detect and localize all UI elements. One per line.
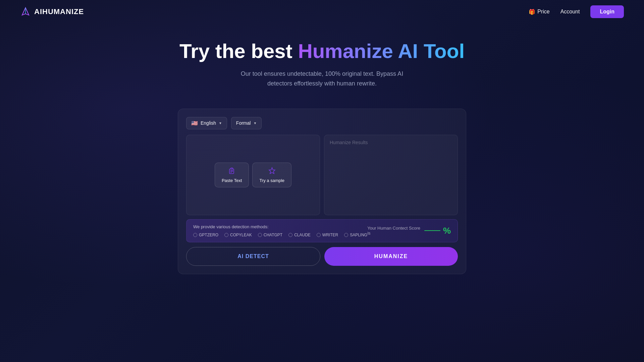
chatgpt-radio[interactable] bbox=[258, 233, 262, 237]
paste-text-button[interactable]: Paste Text bbox=[215, 163, 249, 187]
detection-bar: We provide various detection methods: GP… bbox=[186, 219, 458, 242]
logo-text: AIHUMANIZE bbox=[34, 7, 84, 16]
ai-detect-button[interactable]: AI DETECT bbox=[186, 247, 320, 266]
try-sample-button[interactable]: Try a sample bbox=[252, 163, 291, 187]
language-dropdown[interactable]: 🇺🇸 English ▼ bbox=[186, 117, 227, 129]
detection-method-writer[interactable]: WRITER bbox=[317, 233, 338, 237]
logo: AIHUMANIZE bbox=[20, 6, 84, 17]
detection-method-claude[interactable]: CLAUDE bbox=[288, 233, 311, 237]
svg-marker-4 bbox=[269, 168, 275, 174]
style-chevron-icon: ▼ bbox=[253, 121, 257, 125]
hero-title: Try the best Humanize AI Tool bbox=[0, 40, 644, 62]
sapling-label: SAPLING bbox=[350, 233, 367, 237]
paste-icon bbox=[228, 167, 235, 176]
score-label: Your Human Contect Score is bbox=[367, 226, 422, 236]
sapling-radio[interactable] bbox=[344, 233, 348, 237]
price-label: Price bbox=[537, 9, 549, 15]
hero-subtitle: Our tool ensures undetectable, 100% orig… bbox=[238, 69, 406, 88]
price-icon: 🎁 bbox=[529, 9, 535, 15]
humanize-button[interactable]: HUMANIZE bbox=[324, 247, 458, 266]
text-areas-row: Paste Text Try a sample Humanize Results bbox=[186, 135, 458, 215]
language-chevron-icon: ▼ bbox=[219, 121, 222, 125]
output-area: Humanize Results bbox=[324, 135, 458, 215]
language-label: English bbox=[201, 120, 216, 126]
claude-label: CLAUDE bbox=[294, 233, 311, 237]
detection-method-gptzero[interactable]: GPTZERO bbox=[193, 233, 218, 237]
copyleak-label: COPYLEAK bbox=[230, 233, 252, 237]
detection-method-copyleak[interactable]: COPYLEAK bbox=[224, 233, 252, 237]
tool-card: 🇺🇸 English ▼ Formal ▼ bbox=[178, 109, 466, 274]
detection-method-sapling[interactable]: SAPLING bbox=[344, 233, 367, 237]
style-label: Formal bbox=[236, 120, 251, 126]
try-sample-label: Try a sample bbox=[259, 178, 284, 183]
score-line bbox=[424, 230, 440, 231]
detection-method-chatgpt[interactable]: CHATGPT bbox=[258, 233, 282, 237]
star-icon bbox=[268, 167, 276, 176]
writer-radio[interactable] bbox=[317, 233, 321, 237]
chatgpt-label: CHATGPT bbox=[264, 233, 282, 237]
header-nav: 🎁 Price Account Login bbox=[529, 5, 624, 18]
hero-title-gradient: Humanize AI Tool bbox=[298, 40, 465, 62]
style-dropdown[interactable]: Formal ▼ bbox=[231, 117, 262, 129]
price-nav-item[interactable]: 🎁 Price bbox=[529, 9, 549, 15]
input-area: Paste Text Try a sample bbox=[186, 135, 320, 215]
detection-score: Your Human Contect Score is % bbox=[367, 226, 451, 236]
gptzero-radio[interactable] bbox=[193, 233, 197, 237]
detection-info-label: We provide various detection methods: bbox=[193, 224, 367, 229]
detection-methods: GPTZERO COPYLEAK CHATGPT CLAUDE WRITER bbox=[193, 233, 367, 237]
claude-radio[interactable] bbox=[288, 233, 292, 237]
header: AIHUMANIZE 🎁 Price Account Login bbox=[0, 0, 644, 23]
dropdowns-row: 🇺🇸 English ▼ Formal ▼ bbox=[186, 117, 458, 129]
logo-icon bbox=[20, 6, 31, 17]
account-nav-item[interactable]: Account bbox=[560, 9, 580, 15]
hero-section: Try the best Humanize AI Tool Our tool e… bbox=[0, 23, 644, 99]
detection-left: We provide various detection methods: GP… bbox=[193, 224, 367, 237]
score-percent: % bbox=[443, 226, 451, 236]
output-placeholder: Humanize Results bbox=[330, 140, 368, 145]
input-actions: Paste Text Try a sample bbox=[215, 163, 291, 187]
copyleak-radio[interactable] bbox=[224, 233, 228, 237]
gptzero-label: GPTZERO bbox=[199, 233, 218, 237]
login-button[interactable]: Login bbox=[590, 5, 624, 18]
hero-title-white: Try the best bbox=[179, 40, 298, 62]
flag-icon: 🇺🇸 bbox=[191, 120, 198, 126]
action-buttons-row: AI DETECT HUMANIZE bbox=[186, 247, 458, 266]
writer-label: WRITER bbox=[322, 233, 338, 237]
paste-text-label: Paste Text bbox=[222, 178, 242, 183]
